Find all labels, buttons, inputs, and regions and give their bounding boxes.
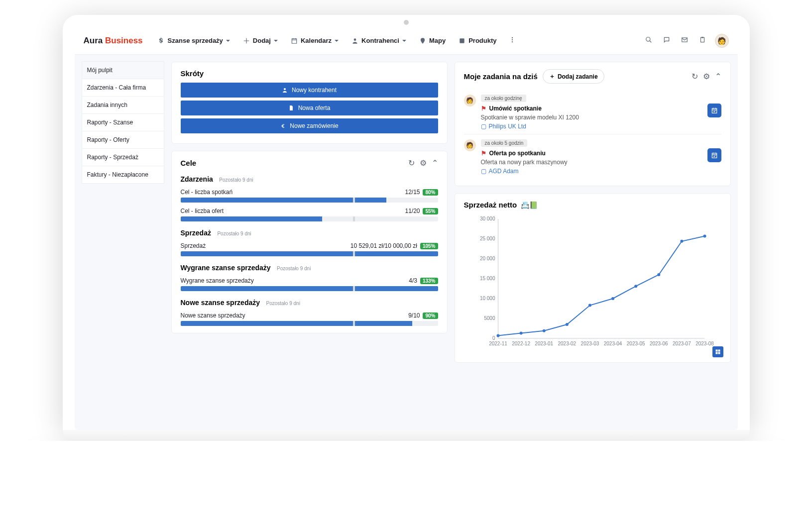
new-order-button[interactable]: Nowe zamówienie: [181, 118, 438, 133]
svg-text:2023-06: 2023-06: [649, 341, 668, 346]
new-offer-button[interactable]: Nowa oferta: [181, 101, 438, 115]
refresh-button[interactable]: ↻: [408, 158, 415, 168]
svg-point-9: [284, 88, 286, 90]
section-new-title: Nowe szanse sprzedaży: [181, 299, 260, 307]
tasks-refresh-button[interactable]: ↻: [692, 72, 698, 81]
svg-text:2022-11: 2022-11: [489, 341, 507, 346]
section-sales-title: Sprzedaż: [181, 229, 211, 237]
goals-title: Cele: [181, 159, 197, 167]
goals-card: Cele ↻ ⚙ ⌃ Zdarzenia Pozostało 9 dni Cel…: [171, 151, 448, 333]
tasks-collapse-button[interactable]: ⌃: [715, 72, 721, 81]
chat-icon: [663, 36, 670, 43]
flag-icon: ⚑: [481, 150, 486, 157]
sidebar-item-dashboard[interactable]: Mój pulpit: [82, 61, 164, 79]
svg-rect-10: [712, 108, 716, 113]
sidebar-item-others-tasks[interactable]: Zadania innych: [82, 96, 164, 114]
chat-button[interactable]: [661, 34, 672, 47]
add-task-button[interactable]: ＋Dodaj zadanie: [543, 69, 604, 84]
chart-export-icons[interactable]: 📇📗: [521, 201, 538, 209]
calendar-check-icon: [711, 107, 718, 114]
section-events-title: Zdarzenia: [181, 175, 213, 183]
sales-line-chart: 0500010 00015 00020 00025 00030 0002022-…: [464, 214, 721, 353]
svg-text:10 000: 10 000: [479, 296, 495, 301]
goal-won-value: 4/3: [409, 277, 417, 284]
sidebar-item-reports-offers[interactable]: Raporty - Oferty: [82, 131, 164, 149]
sidebar: Mój pulpit Zdarzenia - Cała firma Zadani…: [75, 55, 164, 430]
chart-grid-button[interactable]: [712, 346, 723, 357]
goal-offers-value: 11/20: [405, 208, 420, 214]
nav-calendar[interactable]: Kalendarz: [288, 35, 342, 46]
plus-icon: ＋: [549, 72, 555, 81]
calendar-icon: [291, 37, 298, 44]
laptop-base: [63, 430, 750, 441]
svg-text:2023-07: 2023-07: [673, 341, 691, 346]
collapse-button[interactable]: ⌃: [432, 158, 438, 168]
settings-button[interactable]: ⚙: [420, 158, 427, 168]
new-contractor-button[interactable]: Nowy kontrahent: [181, 83, 438, 98]
goal-won-label: Wygrane szanse sprzedaży: [181, 277, 254, 284]
nav-sales-opportunities[interactable]: Szanse sprzedaży: [155, 35, 233, 46]
more-menu[interactable]: [507, 34, 518, 47]
euro-icon: [280, 123, 286, 129]
goal-offers-bar: [181, 216, 438, 221]
user-avatar[interactable]: 🧑: [715, 34, 729, 48]
sidebar-item-reports-chances[interactable]: Raporty - Szanse: [82, 113, 164, 131]
search-button[interactable]: [643, 34, 654, 47]
svg-text:30 000: 30 000: [479, 216, 495, 221]
flag-icon: ⚑: [481, 105, 486, 112]
svg-rect-11: [712, 153, 716, 158]
top-nav: Aura Business Szanse sprzedaży Dodaj Kal…: [75, 27, 738, 55]
task-item: 🧑 za około 5 godzin ⚑Oferta po spotkaniu…: [464, 134, 721, 179]
section-won-remaining: Pozostało 9 dni: [277, 266, 311, 271]
clipboard-button[interactable]: [697, 34, 708, 47]
svg-rect-41: [715, 350, 717, 352]
task-company-link[interactable]: ▢AGD Adam: [481, 168, 721, 175]
sidebar-item-events[interactable]: Zdarzenia - Cała firma: [82, 79, 164, 97]
nav-maps[interactable]: Mapy: [416, 35, 449, 46]
mail-button[interactable]: [679, 34, 690, 47]
tasks-settings-button[interactable]: ⚙: [703, 72, 710, 81]
svg-text:2023-01: 2023-01: [535, 341, 553, 346]
goal-new-value: 9/10: [408, 312, 420, 319]
task-calendar-button[interactable]: [707, 104, 721, 117]
svg-text:15 000: 15 000: [479, 276, 495, 281]
pin-icon: [419, 37, 426, 44]
task-desc: Oferta na nowy park maszynowy: [481, 159, 721, 166]
nav-products[interactable]: Produkty: [456, 35, 499, 46]
svg-rect-42: [718, 350, 720, 352]
svg-text:20 000: 20 000: [479, 256, 495, 261]
logo-text-a: Aura: [84, 36, 103, 45]
section-events-remaining: Pozostało 9 dni: [219, 177, 253, 183]
nav-contractors[interactable]: Kontrahenci: [348, 35, 409, 46]
svg-point-4: [511, 41, 512, 42]
goal-offers-label: Cel - liczba ofert: [181, 208, 224, 214]
svg-text:2022-12: 2022-12: [512, 341, 530, 346]
clipboard-icon: [699, 36, 706, 43]
product-icon: [459, 37, 465, 44]
mail-icon: [681, 36, 688, 43]
goal-sales-label: Sprzedaż: [181, 242, 206, 249]
svg-text:2023-03: 2023-03: [580, 341, 599, 346]
sidebar-item-reports-sales[interactable]: Raporty - Sprzedaż: [82, 148, 164, 166]
goal-offers-pct: 55%: [423, 208, 438, 214]
section-new-remaining: Pozostało 9 dni: [266, 301, 300, 306]
task-company-link[interactable]: ▢Philips UK Ltd: [481, 123, 721, 130]
nav-add[interactable]: Dodaj: [240, 35, 281, 46]
goal-meetings-value: 12/15: [405, 189, 420, 196]
goal-won-pct: 133%: [420, 278, 438, 284]
svg-point-3: [511, 39, 512, 40]
goal-new-label: Nowe szanse sprzedaży: [181, 312, 245, 319]
tasks-title: Moje zadania na dziś: [464, 72, 538, 81]
task-calendar-button[interactable]: [707, 148, 721, 162]
more-vert-icon: [509, 36, 516, 43]
svg-text:25 000: 25 000: [479, 236, 495, 241]
plus-icon: [243, 37, 250, 44]
shortcuts-card: Skróty Nowy kontrahent Nowa oferta Nowe …: [171, 62, 448, 144]
person-icon: [351, 37, 358, 44]
task-avatar: 🧑: [464, 139, 476, 151]
sidebar-item-invoices-unpaid[interactable]: Faktury - Niezapłacone: [82, 166, 164, 184]
goal-new-bar: [181, 321, 438, 326]
goal-meetings-pct: 80%: [423, 189, 438, 196]
sales-chart-card: Sprzedaż netto 📇📗 0500010 00015 00020 00…: [455, 193, 731, 363]
svg-rect-7: [700, 37, 704, 42]
